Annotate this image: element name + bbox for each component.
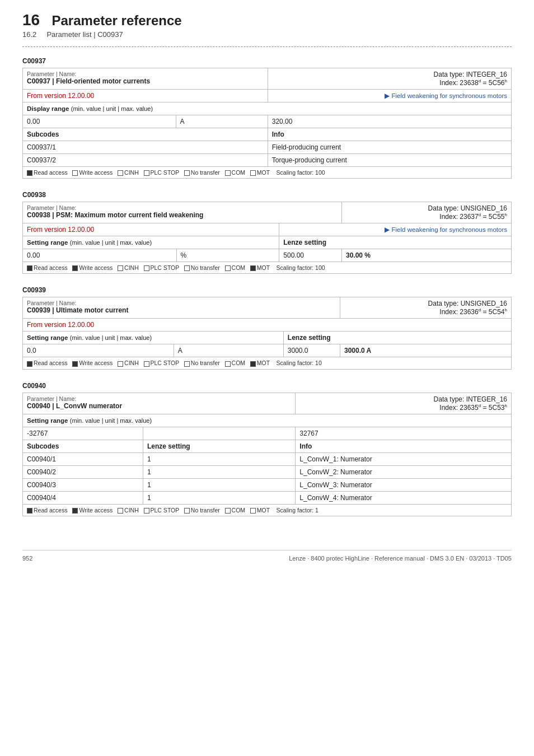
- param-header-row: Parameter | Name: C00937 | Field-oriente…: [23, 68, 512, 90]
- param-table-c00940: Parameter | Name: C00940 | L_ConvW numer…: [22, 393, 512, 516]
- data-type-cell-938: Data type: UNSIGNED_16 Index: 23637d = 5…: [342, 202, 512, 223]
- subcode-940-4-lenze: 1: [143, 491, 295, 504]
- subcode-row-1: C00937/1 Field-producing current: [23, 141, 512, 154]
- subcode-row-2: C00937/2 Torque-producing current: [23, 154, 512, 167]
- subcode-940-row-4: C00940/4 1 L_ConvW_4: Numerator: [23, 491, 512, 504]
- cb-com-939: [225, 361, 231, 367]
- param-header-row-939: Parameter | Name: C00939 | Ultimate moto…: [23, 297, 512, 319]
- subcode-1-info: Field-producing current: [268, 141, 511, 154]
- range-row-939: 0.0 A 3000.0 3000.0 A: [23, 344, 512, 357]
- lenze-label-939: Lenze setting: [283, 332, 511, 344]
- subcodes-header-940: Subcodes: [23, 440, 143, 452]
- cb-cinh-938: [118, 265, 123, 271]
- setting-range-label-938: Setting range (min. value | unit | max. …: [23, 236, 279, 249]
- footer-row-c00938: Read access Write access CINH PLC STOP N…: [23, 262, 512, 274]
- setting-range-header-row-938: Setting range (min. value | unit | max. …: [23, 236, 512, 249]
- subcode-940-1-info: L_ConvW_1: Numerator: [296, 452, 512, 465]
- cb-no-transfer-938: [184, 265, 190, 271]
- cb-plc-stop-939: [144, 361, 149, 367]
- info-header: Info: [268, 128, 511, 141]
- cb-com: [225, 170, 231, 176]
- param-id-c00939: C00939: [22, 286, 512, 294]
- lenze-header-940: Lenze setting: [143, 440, 295, 452]
- param-name-label-938: Parameter | Name:: [27, 204, 338, 211]
- cb-write-access: [72, 170, 78, 176]
- cb-com-940: [225, 508, 231, 514]
- scaling-factor-938: Scaling factor: 100: [277, 264, 325, 271]
- from-version-939: From version 12.00.00: [23, 319, 512, 332]
- cb-read-access: [27, 170, 32, 176]
- cb-cinh: [118, 170, 123, 176]
- param-table-c00937: Parameter | Name: C00937 | Field-oriente…: [22, 68, 512, 179]
- chapter-number: 16: [22, 11, 40, 29]
- cb-write-access-939: [72, 361, 78, 367]
- param-name-cell-940: Parameter | Name: C00940 | L_ConvW numer…: [23, 393, 296, 414]
- footer-row-c00940: Read access Write access CINH PLC STOP N…: [23, 504, 512, 516]
- cb-mot-939: [250, 361, 256, 367]
- page-footer: 952 Lenze · 8400 protec HighLine · Refer…: [22, 550, 512, 562]
- data-type-cell-939: Data type: UNSIGNED_16 Index: 23636d = 5…: [340, 297, 511, 319]
- subcode-1: C00937/1: [23, 141, 268, 154]
- footer-row-c00939: Read access Write access CINH PLC STOP N…: [23, 357, 512, 369]
- param-name-value-940: C00940 | L_ConvW numerator: [27, 402, 291, 410]
- range-max-938: 500.00: [279, 249, 342, 262]
- range-min-940: -32767: [23, 427, 143, 440]
- subcode-940-row-1: C00940/1 1 L_ConvW_1: Numerator: [23, 452, 512, 465]
- footer-c00939: Read access Write access CINH PLC STOP N…: [23, 357, 512, 369]
- cb-write-access-938: [72, 265, 78, 271]
- param-id-c00937: C00937: [22, 57, 512, 65]
- footer-c00938: Read access Write access CINH PLC STOP N…: [23, 262, 512, 274]
- range-max: 320.00: [268, 115, 511, 128]
- cb-mot-938: [250, 265, 256, 271]
- subcode-940-row-2: C00940/2 1 L_ConvW_2: Numerator: [23, 465, 512, 478]
- param-name-value: C00937 | Field-oriented motor currents: [27, 77, 264, 85]
- param-table-c00939: Parameter | Name: C00939 | Ultimate moto…: [22, 297, 512, 369]
- lenze-value-939: 3000.0 A: [340, 344, 511, 357]
- param-name-value-938: C00938 | PSM: Maximum motor current fiel…: [27, 211, 338, 219]
- cb-no-transfer: [184, 170, 190, 176]
- footer-row-c00937: Read access Write access CINH PLC STOP N…: [23, 167, 512, 179]
- page-header: 16 Parameter reference 16.2 Parameter li…: [22, 11, 512, 39]
- range-unit: A: [176, 115, 268, 128]
- scaling-factor: Scaling factor: 100: [277, 169, 325, 176]
- subcode-940-3-lenze: 1: [143, 478, 295, 491]
- range-max-940: 32767: [296, 427, 512, 440]
- from-version-row: From version 12.00.00 Field weakening fo…: [23, 90, 512, 102]
- subcode-940-3-info: L_ConvW_3: Numerator: [296, 478, 512, 491]
- range-min-939: 0.0: [23, 344, 174, 357]
- param-name-label-939: Parameter | Name:: [27, 300, 336, 306]
- field-weakening-link[interactable]: Field weakening for synchronous motors: [268, 90, 511, 102]
- range-max-939: 3000.0: [283, 344, 340, 357]
- param-name-cell-938: Parameter | Name: C00938 | PSM: Maximum …: [23, 202, 342, 223]
- cb-plc-stop-938: [144, 265, 149, 271]
- cb-plc-stop: [144, 170, 149, 176]
- footer-c00937: Read access Write access CINH PLC STOP N…: [23, 167, 512, 179]
- display-range-header-row: Display range (min. value | unit | max. …: [23, 102, 512, 115]
- param-name-cell: Parameter | Name: C00937 | Field-oriente…: [23, 68, 268, 90]
- subcodes-header: Subcodes: [23, 128, 268, 141]
- subcode-940-2: C00940/2: [23, 465, 143, 478]
- cb-no-transfer-939: [184, 361, 190, 367]
- param-header-row-938: Parameter | Name: C00938 | PSM: Maximum …: [23, 202, 512, 223]
- page-subtitle: 16.2 Parameter list | C00937: [22, 30, 512, 39]
- cb-no-transfer-940: [184, 508, 190, 514]
- range-unit-940: [143, 427, 295, 440]
- range-row: 0.00 A 320.00: [23, 115, 512, 128]
- from-version-row-938: From version 12.00.00 Field weakening fo…: [23, 223, 512, 236]
- cb-com-938: [225, 265, 231, 271]
- range-min-938: 0.00: [23, 249, 177, 262]
- data-type-cell-940: Data type: INTEGER_16 Index: 23635d = 5C…: [296, 393, 512, 414]
- setting-range-label-939: Setting range (min. value | unit | max. …: [23, 332, 284, 344]
- cb-read-access-938: [27, 265, 32, 271]
- cb-read-access-940: [27, 508, 32, 514]
- range-unit-939: A: [174, 344, 283, 357]
- subcode-940-2-info: L_ConvW_2: Numerator: [296, 465, 512, 478]
- cb-mot: [250, 170, 256, 176]
- subcodes-info-header-row-940: Subcodes Lenze setting Info: [23, 440, 512, 452]
- subcode-2: C00937/2: [23, 154, 268, 167]
- scaling-factor-940: Scaling factor: 1: [277, 507, 318, 514]
- param-name-cell-939: Parameter | Name: C00939 | Ultimate moto…: [23, 297, 340, 319]
- field-weakening-link-938[interactable]: Field weakening for synchronous motors: [279, 223, 512, 236]
- footer-credit: Lenze · 8400 protec HighLine · Reference…: [289, 555, 512, 562]
- from-version: From version 12.00.00: [23, 90, 268, 102]
